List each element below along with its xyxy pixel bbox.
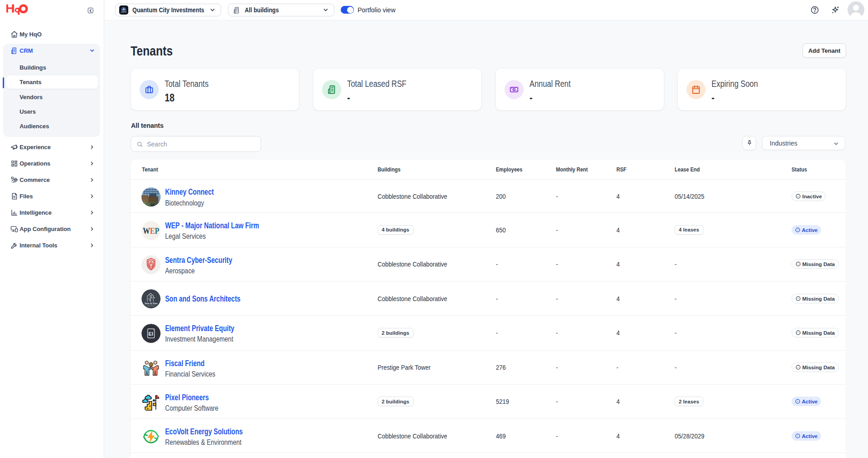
svg-text:ARCHITECTS: ARCHITECTS bbox=[147, 305, 155, 307]
svg-text:WEP: WEP bbox=[143, 226, 159, 236]
svg-text:$: $ bbox=[150, 362, 152, 366]
svg-text:QUANTUM: QUANTUM bbox=[121, 11, 126, 13]
svg-text:EI: EI bbox=[148, 331, 153, 337]
svg-text:Son & Son: Son & Son bbox=[145, 302, 157, 305]
